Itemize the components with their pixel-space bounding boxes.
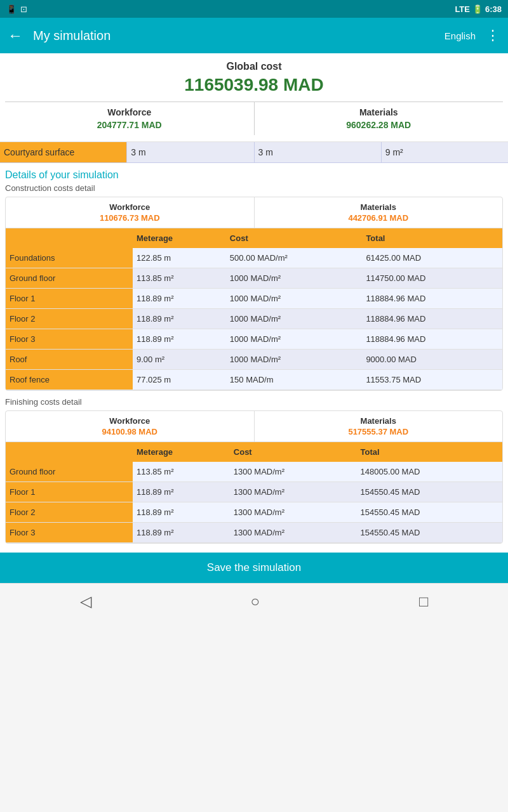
finishing-table-body: Ground floor 113.85 m² 1300 MAD/m² 14800… [6, 462, 502, 543]
table-row: Floor 3 118.89 m² 1300 MAD/m² 154550.45 … [6, 523, 502, 543]
construction-mat-value: 442706.91 MAD [257, 213, 500, 223]
row-name: Ground floor [6, 268, 133, 289]
home-nav-icon[interactable]: ○ [251, 593, 260, 610]
row-name: Floor 1 [6, 289, 133, 309]
back-button[interactable]: ← [8, 27, 23, 44]
row-cost: 1300 MAD/m² [230, 482, 357, 502]
finishing-mat-col: Materials 517555.37 MAD [255, 411, 503, 442]
table-row: Floor 2 118.89 m² 1300 MAD/m² 154550.45 … [6, 502, 502, 523]
page-title: My simulation [33, 29, 444, 43]
row-meterage: 113.85 m² [133, 462, 230, 482]
top-bar-actions: English ⋮ [444, 27, 500, 44]
construction-table-header: Meterage Cost Total [6, 228, 502, 248]
construction-wf-col: Workforce 110676.73 MAD [6, 197, 255, 228]
construction-col-total: Total [362, 228, 502, 248]
construction-mat-col: Materials 442706.91 MAD [255, 197, 503, 228]
construction-wf-label: Workforce [8, 202, 251, 212]
materials-label: Materials [257, 107, 501, 117]
row-total: 9000.00 MAD [362, 350, 502, 370]
courtyard-dim2: 3 m [255, 142, 382, 162]
back-nav-icon[interactable]: ◁ [80, 593, 91, 610]
table-row: Foundations 122.85 m 500.00 MAD/m² 61425… [6, 248, 502, 268]
construction-table-body: Foundations 122.85 m 500.00 MAD/m² 61425… [6, 248, 502, 390]
language-selector[interactable]: English [444, 30, 476, 41]
finishing-subtitle: Finishing costs detail [5, 397, 503, 407]
row-cost: 1000 MAD/m² [226, 268, 363, 289]
row-name: Roof [6, 350, 133, 370]
finishing-mat-value: 517555.37 MAD [257, 427, 500, 436]
construction-mat-label: Materials [257, 202, 500, 212]
row-cost: 1000 MAD/m² [226, 329, 363, 350]
table-row: Roof 9.00 m² 1000 MAD/m² 9000.00 MAD [6, 350, 502, 370]
wifi-icon: ⊡ [20, 4, 27, 14]
construction-table: Meterage Cost Total Foundations 122.85 m… [6, 228, 502, 390]
row-meterage: 118.89 m² [133, 289, 226, 309]
row-cost: 1300 MAD/m² [230, 502, 357, 523]
row-total: 11553.75 MAD [362, 370, 502, 390]
details-title: Details of your simulation [5, 169, 503, 181]
construction-wf-value: 110676.73 MAD [8, 213, 251, 223]
finishing-card-header: Workforce 94100.98 MAD Materials 517555.… [6, 411, 502, 442]
construction-col-meterage: Meterage [133, 228, 226, 248]
status-bar-left: 📱 ⊡ [6, 4, 27, 14]
more-menu-icon[interactable]: ⋮ [486, 27, 500, 44]
row-total: 114750.00 MAD [362, 268, 502, 289]
row-meterage: 118.89 m² [133, 309, 226, 329]
row-name: Ground floor [6, 462, 133, 482]
row-total: 118884.96 MAD [362, 329, 502, 350]
details-section: Details of your simulation Construction … [0, 163, 508, 553]
workforce-value: 204777.71 MAD [8, 120, 251, 130]
row-meterage: 122.85 m [133, 248, 226, 268]
finishing-wf-col: Workforce 94100.98 MAD [6, 411, 255, 442]
row-name: Floor 3 [6, 329, 133, 350]
row-total: 154550.45 MAD [357, 523, 503, 543]
construction-col-name [6, 228, 133, 248]
table-row: Floor 1 118.89 m² 1000 MAD/m² 118884.96 … [6, 289, 502, 309]
recents-nav-icon[interactable]: □ [419, 593, 429, 610]
top-bar: ← My simulation English ⋮ [0, 18, 508, 53]
row-meterage: 118.89 m² [133, 502, 230, 523]
status-bar: 📱 ⊡ LTE 🔋 6:38 [0, 0, 508, 18]
table-row: Ground floor 113.85 m² 1300 MAD/m² 14800… [6, 462, 502, 482]
construction-subtitle: Construction costs detail [5, 183, 503, 193]
row-cost: 150 MAD/m [226, 370, 363, 390]
lte-icon: LTE [455, 4, 470, 14]
row-meterage: 77.025 m [133, 370, 226, 390]
row-cost: 1300 MAD/m² [230, 462, 357, 482]
row-total: 61425.00 MAD [362, 248, 502, 268]
row-total: 154550.45 MAD [357, 502, 503, 523]
row-cost: 1300 MAD/m² [230, 523, 357, 543]
finishing-cost-card: Workforce 94100.98 MAD Materials 517555.… [5, 410, 503, 544]
save-button[interactable]: Save the simulation [9, 561, 499, 574]
save-bar: Save the simulation [0, 553, 508, 583]
finishing-col-total: Total [357, 442, 503, 462]
row-total: 148005.00 MAD [357, 462, 503, 482]
row-cost: 500.00 MAD/m² [226, 248, 363, 268]
finishing-table: Meterage Cost Total Ground floor 113.85 … [6, 442, 502, 543]
row-name: Roof fence [6, 370, 133, 390]
phone-icon: 📱 [6, 4, 17, 14]
row-cost: 1000 MAD/m² [226, 350, 363, 370]
finishing-wf-label: Workforce [8, 416, 251, 426]
global-cost-label: Global cost [5, 61, 503, 72]
courtyard-row: Courtyard surface 3 m 3 m 9 m² [0, 142, 508, 163]
row-meterage: 118.89 m² [133, 523, 230, 543]
status-bar-right: LTE 🔋 6:38 [455, 4, 502, 14]
row-name: Foundations [6, 248, 133, 268]
workforce-materials-row: Workforce 204777.71 MAD Materials 960262… [5, 102, 503, 135]
global-cost-section: Global cost 1165039.98 MAD Workforce 204… [0, 53, 508, 142]
table-row: Floor 3 118.89 m² 1000 MAD/m² 118884.96 … [6, 329, 502, 350]
row-name: Floor 2 [6, 502, 133, 523]
row-meterage: 9.00 m² [133, 350, 226, 370]
table-row: Roof fence 77.025 m 150 MAD/m 11553.75 M… [6, 370, 502, 390]
materials-value: 960262.28 MAD [257, 120, 501, 130]
battery-icon: 🔋 [472, 4, 483, 14]
table-row: Floor 1 118.89 m² 1300 MAD/m² 154550.45 … [6, 482, 502, 502]
bottom-nav: ◁ ○ □ [0, 583, 508, 619]
row-cost: 1000 MAD/m² [226, 309, 363, 329]
row-total: 154550.45 MAD [357, 482, 503, 502]
table-row: Floor 2 118.89 m² 1000 MAD/m² 118884.96 … [6, 309, 502, 329]
finishing-col-cost: Cost [230, 442, 357, 462]
row-total: 118884.96 MAD [362, 289, 502, 309]
row-name: Floor 1 [6, 482, 133, 502]
